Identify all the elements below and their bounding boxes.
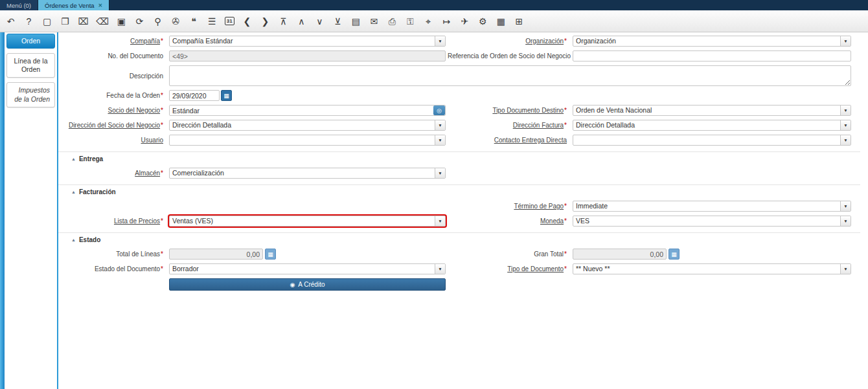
calendar-button[interactable]: ▦	[221, 90, 232, 101]
no-documento-input[interactable]	[169, 50, 446, 61]
chevron-down-icon[interactable]: ▼	[840, 264, 851, 274]
tipo-documento-field[interactable]: ** Nuevo ** ▼	[573, 263, 851, 274]
email-icon[interactable]: ✉	[369, 17, 380, 26]
close-icon[interactable]: ✕	[98, 3, 103, 8]
fecha-input[interactable]	[169, 90, 220, 101]
socio-label[interactable]: Socio del Negocio*	[58, 107, 167, 114]
chevron-down-icon[interactable]: ▼	[435, 168, 445, 178]
row-direcciones: Dirección del Socio del Negocio* Direcci…	[58, 120, 860, 131]
tipo-doc-destino-label[interactable]: Tipo Documento Destino*	[448, 107, 571, 114]
chevron-down-icon[interactable]: ▼	[840, 106, 851, 115]
moneda-label[interactable]: Moneda*	[448, 217, 571, 225]
dir-socio-field[interactable]: Dirección Detallada ▼	[169, 120, 446, 131]
chevron-down-icon[interactable]: ▼	[840, 135, 851, 145]
gran-total-input[interactable]	[573, 249, 667, 260]
row-lista-moneda: Lista de Precios* Ventas (VES) ▼ Moneda*…	[58, 216, 860, 227]
credit-icon: ◉	[290, 282, 295, 288]
almacen-field[interactable]: Comercialización ▼	[169, 168, 446, 179]
sidebar-tab-impuestos-de-la-orden[interactable]: Impuestos de la Orden	[6, 82, 55, 107]
ignore-changes-icon[interactable]: ⌫	[96, 17, 109, 26]
tipo-documento-label[interactable]: Tipo de Documento*	[448, 265, 571, 272]
usuario-label[interactable]: Usuario	[58, 137, 167, 144]
next-record-icon[interactable]: ❯	[260, 17, 271, 26]
parent-record-icon[interactable]: ∧	[296, 17, 307, 26]
tab-menu-label: Menú (0)	[6, 2, 31, 9]
collapse-icon[interactable]: ▲	[71, 157, 76, 161]
lista-precios-label[interactable]: Lista de Precios*	[58, 217, 167, 225]
termino-pago-label[interactable]: Término de Pago*	[448, 203, 571, 210]
compania-label[interactable]: Compañía*	[58, 38, 167, 45]
organizacion-label[interactable]: Organización*	[448, 38, 571, 45]
last-record-icon[interactable]: ⊻	[332, 17, 343, 26]
compania-field[interactable]: Compañía Estándar ▼	[169, 36, 446, 47]
detail-record-icon[interactable]: ∨	[314, 17, 325, 26]
print-icon[interactable]: ⎙	[387, 17, 398, 26]
chevron-down-icon[interactable]: ▼	[435, 216, 445, 226]
section-entrega-header[interactable]: ▲ Entrega	[58, 154, 860, 168]
almacen-label[interactable]: Almacén*	[58, 170, 167, 177]
business-partner-search-button[interactable]: ◎	[433, 106, 445, 115]
lista-precios-field[interactable]: Ventas (VES) ▼	[169, 216, 446, 227]
tab-ordenes-de-venta[interactable]: Órdenes de Venta ✕	[38, 0, 109, 10]
descripcion-textarea[interactable]	[169, 65, 851, 86]
estado-documento-field[interactable]: Borrador ▼	[169, 263, 446, 274]
first-record-icon[interactable]: ⊼	[278, 17, 289, 26]
organizacion-field[interactable]: Organización ▼	[573, 36, 851, 47]
sidebar-tab-orden[interactable]: Orden	[6, 34, 55, 49]
chevron-down-icon[interactable]: ▼	[435, 264, 445, 274]
contacto-label[interactable]: Contacto Entrega Directa	[448, 137, 571, 144]
save-icon[interactable]: ▣	[116, 17, 127, 26]
chevron-down-icon[interactable]: ▼	[840, 120, 851, 130]
calendar-icon[interactable]: 31	[225, 17, 234, 25]
main-area: Orden Línea de la Orden Impuestos de la …	[0, 32, 868, 389]
find-icon[interactable]: ⚲	[152, 17, 163, 26]
workflow-icon[interactable]: ↦	[441, 17, 452, 26]
preference-icon[interactable]: ⚙	[477, 17, 488, 26]
credit-button[interactable]: ◉ A Crédito	[169, 278, 446, 291]
delete-record-icon[interactable]: ⌧	[78, 17, 89, 26]
calculator-button[interactable]: ▦	[668, 249, 680, 260]
report-icon[interactable]: ▦	[496, 17, 507, 26]
dir-socio-label[interactable]: Dirección del Socio del Negocio*	[58, 122, 167, 129]
dir-factura-label[interactable]: Dirección Factura*	[448, 122, 571, 129]
new-record-icon[interactable]: ▢	[41, 17, 52, 26]
chat-icon[interactable]: ❝	[188, 17, 200, 26]
termino-pago-field[interactable]: Immediate ▼	[573, 201, 851, 212]
contacto-field[interactable]: ▼	[573, 135, 851, 146]
help-icon[interactable]: ?	[23, 17, 34, 26]
prev-record-icon[interactable]: ❮	[242, 17, 253, 26]
total-lineas-input[interactable]	[169, 249, 263, 260]
attachment-icon[interactable]: ✇	[170, 17, 181, 26]
required-marker: *	[161, 217, 163, 225]
socio-input[interactable]	[170, 106, 433, 115]
request-icon[interactable]: ✈	[459, 17, 470, 26]
chevron-down-icon[interactable]: ▼	[840, 36, 851, 46]
calculator-button[interactable]: ▦	[265, 249, 276, 260]
grid-toggle-icon[interactable]: ☰	[207, 17, 218, 26]
sidebar-tab-linea-de-la-orden[interactable]: Línea de la Orden	[6, 53, 55, 78]
form-view-icon[interactable]: ▤	[350, 17, 361, 26]
chevron-down-icon[interactable]: ▼	[435, 120, 445, 130]
toolbar: ↶?▢❐⌧⌫▣⟳⚲✇❝☰31❮❯⊼∧∨⊻▤✉⎙⚿⌖↦✈⚙▦⊞	[0, 10, 868, 32]
refresh-icon[interactable]: ⟳	[134, 17, 145, 26]
chevron-down-icon[interactable]: ▼	[435, 36, 445, 46]
zoom-across-icon[interactable]: ⌖	[423, 17, 434, 26]
window-icon[interactable]: ⊞	[514, 17, 525, 26]
collapse-icon[interactable]: ▲	[71, 238, 76, 242]
moneda-field[interactable]: VES ▼	[573, 216, 851, 227]
collapse-icon[interactable]: ▲	[71, 190, 76, 194]
chevron-down-icon[interactable]: ▼	[435, 135, 445, 145]
tab-menu[interactable]: Menú (0)	[0, 0, 38, 10]
section-facturacion-header[interactable]: ▲ Facturación	[58, 187, 860, 201]
tipo-doc-destino-field[interactable]: Orden de Venta Nacional ▼	[573, 105, 851, 116]
section-estado-header[interactable]: ▲ Estado	[58, 235, 860, 249]
referencia-input[interactable]	[573, 50, 851, 61]
dir-factura-field[interactable]: Dirección Detallada ▼	[573, 120, 851, 131]
calculator-icon: ▦	[671, 251, 677, 258]
chevron-down-icon[interactable]: ▼	[840, 216, 851, 226]
chevron-down-icon[interactable]: ▼	[840, 201, 851, 211]
copy-record-icon[interactable]: ❐	[60, 17, 71, 26]
usuario-field[interactable]: ▼	[169, 135, 446, 146]
lock-icon[interactable]: ⚿	[405, 17, 416, 26]
undo-icon[interactable]: ↶	[5, 17, 16, 26]
